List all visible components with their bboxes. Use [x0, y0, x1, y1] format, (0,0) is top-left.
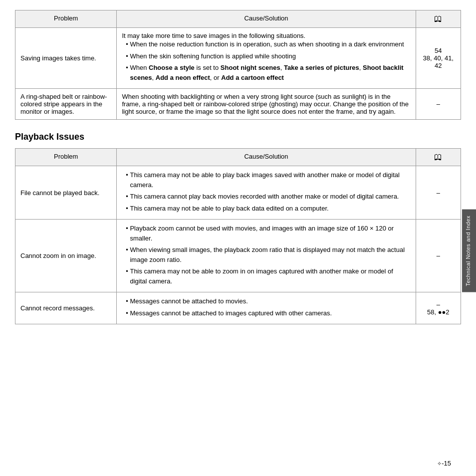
- book-icon: 🕮: [434, 153, 442, 162]
- ref-header: 🕮: [416, 10, 461, 28]
- ref-cell: 5438, 40, 41,42: [416, 28, 461, 89]
- problem-cell: A ring-shaped belt or rainbow-colored st…: [15, 89, 117, 120]
- list-item: This camera may not be able to play back…: [130, 170, 410, 190]
- problem-cell: Saving images takes time.: [15, 28, 117, 89]
- list-item: When the skin softening function is appl…: [130, 51, 410, 61]
- cause-intro: It may take more time to save images in …: [122, 32, 305, 39]
- list-item: When Choose a style is set to Shoot nigh…: [130, 63, 410, 82]
- cause-cell: Messages cannot be attached to movies. M…: [117, 292, 416, 324]
- list-item: This camera may not be able to play back…: [130, 204, 410, 214]
- playback-section-title: Playback Issues: [15, 132, 461, 142]
- table-row: File cannot be played back. This camera …: [15, 166, 461, 220]
- cause-list: When the noise reduction function is in …: [122, 39, 410, 82]
- ref-cell: –: [416, 166, 461, 220]
- sidebar-label: Technical Notes and Index: [462, 210, 476, 292]
- cause-cell: When shooting with backlighting or when …: [117, 89, 416, 120]
- problem-cell: File cannot be played back.: [15, 166, 117, 220]
- list-item: Messages cannot be attached to images ca…: [130, 308, 410, 318]
- cause-list: Playback zoom cannot be used with movies…: [122, 224, 410, 286]
- list-item: Playback zoom cannot be used with movies…: [130, 224, 410, 243]
- list-item: When the noise reduction function is in …: [130, 39, 410, 49]
- ref-cell: –: [416, 220, 461, 292]
- problem-header: Problem: [15, 149, 117, 166]
- table-row: Saving images takes time. It may take mo…: [15, 28, 461, 89]
- cause-cell: Playback zoom cannot be used with movies…: [117, 220, 416, 292]
- table-row: Cannot zoom in on image. Playback zoom c…: [15, 220, 461, 292]
- cause-cell: It may take more time to save images in …: [117, 28, 416, 89]
- problem-header: Problem: [15, 10, 117, 28]
- cause-text: When shooting with backlighting or when …: [122, 93, 408, 115]
- cause-header: Cause/Solution: [117, 10, 416, 28]
- problem-cell: Cannot record messages.: [15, 292, 117, 324]
- ref-cell: –58, ●●2: [416, 292, 461, 324]
- page-num-value: 15: [444, 460, 451, 467]
- table-row: Cannot record messages. Messages cannot …: [15, 292, 461, 324]
- cause-header: Cause/Solution: [117, 149, 416, 166]
- ref-cell: –: [416, 89, 461, 120]
- list-item: This camera cannot play back movies reco…: [130, 192, 410, 202]
- list-item: This camera may not be able to zoom in o…: [130, 266, 410, 286]
- list-item: Messages cannot be attached to movies.: [130, 296, 410, 306]
- list-item: When viewing small images, the playback …: [130, 245, 410, 264]
- shooting-issues-table: Problem Cause/Solution 🕮 Saving images t…: [15, 10, 461, 120]
- table-row: A ring-shaped belt or rainbow-colored st…: [15, 89, 461, 120]
- cause-cell: This camera may not be able to play back…: [117, 166, 416, 220]
- playback-issues-table: Problem Cause/Solution 🕮 File cannot be …: [15, 148, 461, 324]
- book-icon: 🕮: [434, 14, 442, 23]
- cause-list: This camera may not be able to play back…: [122, 170, 410, 213]
- cause-list: Messages cannot be attached to movies. M…: [122, 296, 410, 318]
- ref-header: 🕮: [416, 149, 461, 166]
- page-number: ✧-15: [437, 460, 451, 467]
- sun-icon: ✧: [437, 461, 442, 467]
- problem-cell: Cannot zoom in on image.: [15, 220, 117, 292]
